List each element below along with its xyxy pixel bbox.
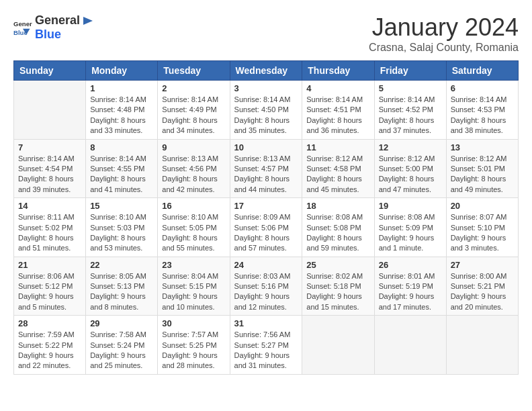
- day-info: Sunrise: 8:04 AM Sunset: 5:15 PM Dayligh…: [162, 271, 225, 313]
- day-number: 30: [162, 318, 225, 328]
- day-header-sunday: Sunday: [14, 61, 86, 81]
- calendar-cell: 10Sunrise: 8:13 AM Sunset: 4:57 PM Dayli…: [230, 139, 302, 198]
- day-number: 4: [306, 83, 369, 93]
- day-number: 11: [306, 142, 369, 152]
- logo-general-text: General: [35, 13, 80, 28]
- day-info: Sunrise: 8:14 AM Sunset: 4:50 PM Dayligh…: [234, 95, 298, 136]
- header: General Blue General Blue January 2024 C…: [13, 13, 519, 54]
- day-info: Sunrise: 7:59 AM Sunset: 5:22 PM Dayligh…: [18, 330, 81, 371]
- day-info: Sunrise: 8:06 AM Sunset: 5:12 PM Dayligh…: [18, 271, 81, 313]
- calendar-cell: 3Sunrise: 8:14 AM Sunset: 4:50 PM Daylig…: [230, 81, 302, 140]
- svg-marker-3: [83, 17, 93, 25]
- day-info: Sunrise: 8:08 AM Sunset: 5:08 PM Dayligh…: [306, 212, 369, 254]
- day-number: 7: [18, 142, 81, 152]
- logo-blue-text: Blue: [35, 28, 61, 41]
- day-number: 5: [379, 83, 442, 93]
- calendar-cell: 2Sunrise: 8:14 AM Sunset: 4:49 PM Daylig…: [158, 81, 230, 140]
- day-header-saturday: Saturday: [446, 61, 518, 81]
- day-info: Sunrise: 8:12 AM Sunset: 4:58 PM Dayligh…: [306, 154, 369, 195]
- day-number: 26: [379, 260, 442, 270]
- day-info: Sunrise: 8:13 AM Sunset: 4:57 PM Dayligh…: [234, 154, 298, 195]
- svg-text:Blue: Blue: [13, 29, 28, 36]
- calendar-cell: 4Sunrise: 8:14 AM Sunset: 4:51 PM Daylig…: [302, 81, 374, 140]
- day-info: Sunrise: 8:12 AM Sunset: 5:01 PM Dayligh…: [451, 154, 514, 195]
- day-number: 18: [306, 201, 369, 211]
- calendar-table: SundayMondayTuesdayWednesdayThursdayFrid…: [13, 60, 519, 375]
- day-number: 15: [90, 201, 153, 211]
- day-number: 20: [451, 201, 514, 211]
- day-number: 25: [306, 260, 369, 270]
- day-number: 6: [451, 83, 514, 93]
- day-number: 22: [90, 260, 153, 270]
- calendar-cell: 15Sunrise: 8:10 AM Sunset: 5:03 PM Dayli…: [86, 198, 158, 257]
- day-number: 8: [90, 142, 153, 152]
- day-info: Sunrise: 7:56 AM Sunset: 5:27 PM Dayligh…: [234, 330, 298, 371]
- day-header-thursday: Thursday: [302, 61, 374, 81]
- calendar-cell: 17Sunrise: 8:09 AM Sunset: 5:06 PM Dayli…: [230, 198, 302, 257]
- calendar-cell: 18Sunrise: 8:08 AM Sunset: 5:08 PM Dayli…: [302, 198, 374, 257]
- day-info: Sunrise: 8:14 AM Sunset: 4:51 PM Dayligh…: [306, 95, 369, 136]
- logo-flag-icon: [81, 14, 94, 28]
- calendar-cell: 31Sunrise: 7:56 AM Sunset: 5:27 PM Dayli…: [230, 316, 302, 375]
- day-info: Sunrise: 8:01 AM Sunset: 5:19 PM Dayligh…: [379, 271, 442, 313]
- week-row-2: 7Sunrise: 8:14 AM Sunset: 4:54 PM Daylig…: [14, 139, 519, 198]
- days-header-row: SundayMondayTuesdayWednesdayThursdayFrid…: [14, 61, 519, 81]
- calendar-cell: 21Sunrise: 8:06 AM Sunset: 5:12 PM Dayli…: [14, 257, 86, 316]
- day-info: Sunrise: 8:14 AM Sunset: 4:53 PM Dayligh…: [451, 95, 514, 136]
- day-info: Sunrise: 8:14 AM Sunset: 4:49 PM Dayligh…: [162, 95, 225, 136]
- day-number: 3: [234, 83, 298, 93]
- day-number: 23: [162, 260, 225, 270]
- calendar-cell: 12Sunrise: 8:12 AM Sunset: 5:00 PM Dayli…: [374, 139, 446, 198]
- day-number: 31: [234, 318, 298, 328]
- day-header-wednesday: Wednesday: [230, 61, 302, 81]
- calendar-subtitle: Crasna, Salaj County, Romania: [369, 42, 519, 54]
- title-area: January 2024 Crasna, Salaj County, Roman…: [369, 13, 519, 54]
- calendar-cell: 1Sunrise: 8:14 AM Sunset: 4:48 PM Daylig…: [86, 81, 158, 140]
- day-number: 10: [234, 142, 298, 152]
- calendar-cell: 6Sunrise: 8:14 AM Sunset: 4:53 PM Daylig…: [446, 81, 518, 140]
- week-row-1: 1Sunrise: 8:14 AM Sunset: 4:48 PM Daylig…: [14, 81, 519, 140]
- day-number: 13: [451, 142, 514, 152]
- calendar-cell: 23Sunrise: 8:04 AM Sunset: 5:15 PM Dayli…: [158, 257, 230, 316]
- day-header-tuesday: Tuesday: [158, 61, 230, 81]
- day-number: 12: [379, 142, 442, 152]
- calendar-cell: 29Sunrise: 7:58 AM Sunset: 5:24 PM Dayli…: [86, 316, 158, 375]
- calendar-cell: [302, 316, 374, 375]
- calendar-cell: 5Sunrise: 8:14 AM Sunset: 4:52 PM Daylig…: [374, 81, 446, 140]
- day-number: 29: [90, 318, 153, 328]
- logo: General Blue General Blue: [13, 13, 95, 42]
- day-info: Sunrise: 8:14 AM Sunset: 4:52 PM Dayligh…: [379, 95, 442, 136]
- calendar-cell: 30Sunrise: 7:57 AM Sunset: 5:25 PM Dayli…: [158, 316, 230, 375]
- day-number: 9: [162, 142, 225, 152]
- day-info: Sunrise: 8:10 AM Sunset: 5:03 PM Dayligh…: [90, 212, 153, 254]
- day-info: Sunrise: 8:14 AM Sunset: 4:54 PM Dayligh…: [18, 154, 81, 195]
- calendar-cell: 19Sunrise: 8:08 AM Sunset: 5:09 PM Dayli…: [374, 198, 446, 257]
- day-info: Sunrise: 8:09 AM Sunset: 5:06 PM Dayligh…: [234, 212, 298, 254]
- calendar-cell: 13Sunrise: 8:12 AM Sunset: 5:01 PM Dayli…: [446, 139, 518, 198]
- day-number: 27: [451, 260, 514, 270]
- calendar-cell: [14, 81, 86, 140]
- calendar-cell: 7Sunrise: 8:14 AM Sunset: 4:54 PM Daylig…: [14, 139, 86, 198]
- logo-icon: General Blue: [13, 18, 32, 37]
- day-info: Sunrise: 8:03 AM Sunset: 5:16 PM Dayligh…: [234, 271, 298, 313]
- day-number: 19: [379, 201, 442, 211]
- day-info: Sunrise: 8:12 AM Sunset: 5:00 PM Dayligh…: [379, 154, 442, 195]
- day-info: Sunrise: 8:00 AM Sunset: 5:21 PM Dayligh…: [451, 271, 514, 313]
- day-number: 1: [90, 83, 153, 93]
- calendar-cell: 16Sunrise: 8:10 AM Sunset: 5:05 PM Dayli…: [158, 198, 230, 257]
- day-info: Sunrise: 7:58 AM Sunset: 5:24 PM Dayligh…: [90, 330, 153, 371]
- day-info: Sunrise: 8:05 AM Sunset: 5:13 PM Dayligh…: [90, 271, 153, 313]
- day-number: 21: [18, 260, 81, 270]
- calendar-cell: 26Sunrise: 8:01 AM Sunset: 5:19 PM Dayli…: [374, 257, 446, 316]
- svg-text:General: General: [13, 20, 32, 28]
- day-header-monday: Monday: [86, 61, 158, 81]
- calendar-cell: 27Sunrise: 8:00 AM Sunset: 5:21 PM Dayli…: [446, 257, 518, 316]
- calendar-cell: [374, 316, 446, 375]
- day-number: 2: [162, 83, 225, 93]
- day-info: Sunrise: 8:11 AM Sunset: 5:02 PM Dayligh…: [18, 212, 81, 254]
- day-info: Sunrise: 7:57 AM Sunset: 5:25 PM Dayligh…: [162, 330, 225, 371]
- week-row-3: 14Sunrise: 8:11 AM Sunset: 5:02 PM Dayli…: [14, 198, 519, 257]
- calendar-cell: 9Sunrise: 8:13 AM Sunset: 4:56 PM Daylig…: [158, 139, 230, 198]
- day-info: Sunrise: 8:10 AM Sunset: 5:05 PM Dayligh…: [162, 212, 225, 254]
- day-number: 14: [18, 201, 81, 211]
